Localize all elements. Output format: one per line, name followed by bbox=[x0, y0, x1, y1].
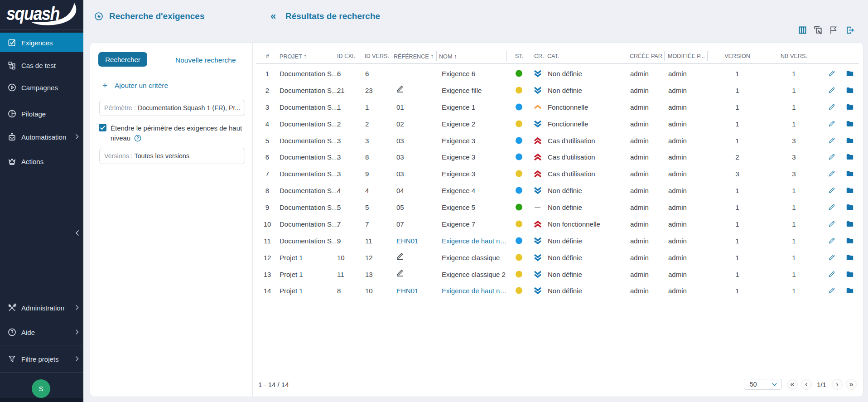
svg-text:squash: squash bbox=[6, 3, 60, 24]
